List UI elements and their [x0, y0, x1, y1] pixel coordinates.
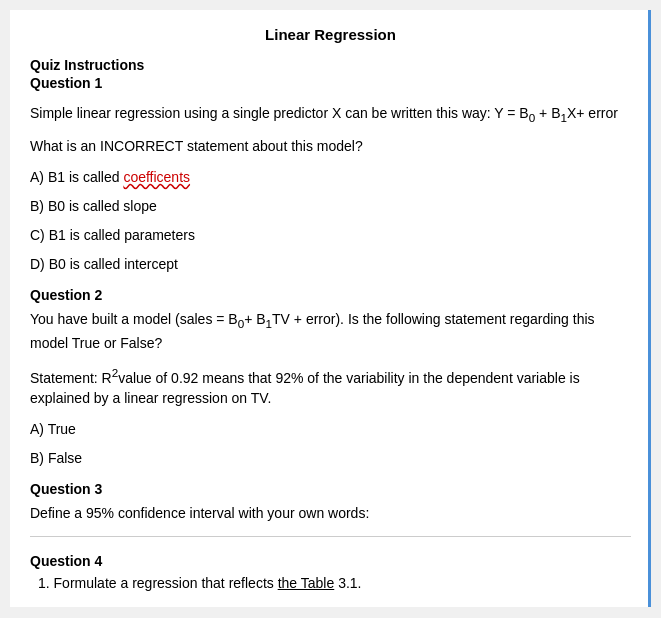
page-title: Linear Regression — [30, 26, 631, 43]
question1-option-d: D) B0 is called intercept — [30, 254, 631, 275]
question4-block: Question 4 1. Formulate a regression tha… — [30, 549, 631, 591]
question3-label: Question 3 — [30, 481, 631, 497]
quiz-instructions-label: Quiz Instructions — [30, 57, 631, 73]
question2-intro: You have built a model (sales = B0+ B1TV… — [30, 309, 631, 353]
table-link: the Table — [278, 575, 335, 591]
right-border-decoration — [648, 10, 651, 607]
question3-text: Define a 95% confidence interval with yo… — [30, 503, 631, 524]
question4-label: Question 4 — [30, 553, 631, 569]
question4-item1: 1. Formulate a regression that reflects … — [38, 575, 631, 591]
question1-label: Question 1 — [30, 75, 631, 91]
question1-option-b: B) B0 is called slope — [30, 196, 631, 217]
question1-option-a: A) B1 is called coefficents — [30, 167, 631, 188]
question1-option-c: C) B1 is called parameters — [30, 225, 631, 246]
section-divider — [30, 536, 631, 537]
question1-text: What is an INCORRECT statement about thi… — [30, 136, 631, 157]
question2-statement: Statement: R2value of 0.92 means that 92… — [30, 364, 631, 410]
misspelled-word: coefficents — [123, 169, 190, 185]
quiz-instructions-block: Quiz Instructions Question 1 — [30, 57, 631, 91]
question2-option-a: A) True — [30, 419, 631, 440]
question1-intro: Simple linear regression using a single … — [30, 103, 631, 126]
question2-option-b: B) False — [30, 448, 631, 469]
page-container: Linear Regression Quiz Instructions Ques… — [10, 10, 651, 607]
question2-label: Question 2 — [30, 287, 631, 303]
